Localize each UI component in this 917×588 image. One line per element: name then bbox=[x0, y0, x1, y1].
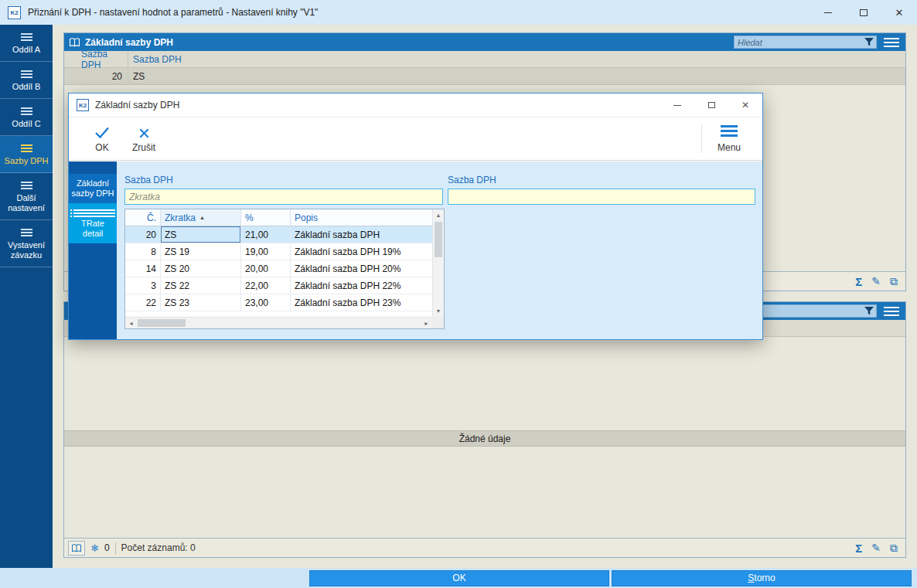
app-logo-icon: K2 bbox=[77, 99, 89, 111]
scrollbar-corner bbox=[432, 317, 444, 328]
grid-header-row: Č. Zkratka▲ % Popis bbox=[125, 209, 432, 226]
window-title: Přiznání k DPH - nastavení hodnot a para… bbox=[28, 7, 318, 18]
dialog-maximize-button[interactable] bbox=[694, 93, 728, 117]
field-group-caption: Sazba DPH bbox=[124, 175, 173, 185]
cancel-button[interactable]: Zrušit bbox=[123, 125, 165, 153]
divider bbox=[115, 542, 116, 554]
sidebar-item-sazby-dph[interactable]: Sazby DPH bbox=[0, 136, 53, 173]
column-header-cislo[interactable]: Č. bbox=[125, 209, 161, 226]
sidebar: Oddíl A Oddíl B Oddíl C Sazby DPH Další … bbox=[0, 25, 53, 568]
cell: Základní sazba DPH bbox=[291, 226, 432, 243]
filter-funnel-icon[interactable] bbox=[864, 307, 874, 315]
list-icon bbox=[70, 209, 115, 217]
cancel-label: Zrušit bbox=[132, 142, 155, 153]
close-button[interactable]: ✕ bbox=[881, 0, 917, 25]
sidebar-item-vystaveni-zavazku[interactable]: Vystavení závazku bbox=[0, 220, 53, 267]
panel-menu-icon[interactable] bbox=[884, 304, 899, 318]
edit-icon[interactable]: ✎ bbox=[871, 275, 881, 287]
sidebar-item-label: Oddíl B bbox=[12, 82, 41, 91]
table-row[interactable]: 14 ZS 20 20,00 Základní sazba DPH 20% bbox=[125, 260, 432, 277]
cell-focused: ZS bbox=[161, 226, 241, 243]
panel-title: Základní sazby DPH bbox=[85, 37, 173, 48]
copy-icon[interactable]: ⧉ bbox=[890, 275, 898, 288]
scrollbar-thumb[interactable] bbox=[435, 222, 442, 257]
dialog-toolbar: OK Zrušit Menu bbox=[69, 117, 762, 161]
open-book-icon bbox=[69, 38, 80, 47]
scroll-down-icon[interactable]: ▼ bbox=[433, 305, 444, 317]
sidebar-item-oddil-b[interactable]: Oddíl B bbox=[0, 62, 53, 99]
scroll-right-icon[interactable]: ► bbox=[421, 318, 432, 328]
column-header-procento[interactable]: % bbox=[241, 209, 291, 226]
cell: 20,00 bbox=[241, 260, 291, 277]
cell-zkratka: ZS bbox=[128, 71, 145, 82]
cell: 19,00 bbox=[241, 243, 291, 260]
cell: Základní sazba DPH 22% bbox=[291, 277, 432, 294]
sum-icon[interactable]: Σ bbox=[855, 275, 862, 288]
cell: ZS 20 bbox=[161, 260, 241, 277]
cell: ZS 22 bbox=[161, 277, 241, 294]
cell: ZS 19 bbox=[161, 243, 241, 260]
column-header[interactable]: Sazba DPH bbox=[64, 51, 128, 67]
cell: Základní sazba DPH 20% bbox=[291, 260, 432, 277]
scrollbar-thumb[interactable] bbox=[138, 319, 186, 327]
dialog-titlebar: K2 Základní sazby DPH ✕ bbox=[69, 93, 762, 117]
sazba-dph-field[interactable] bbox=[448, 189, 755, 205]
column-header-row: Sazba DPH Sazba DPH bbox=[64, 51, 905, 68]
sidebar-item-dalsi-nastaveni[interactable]: Další nastavení bbox=[0, 173, 53, 220]
copy-icon[interactable]: ⧉ bbox=[890, 542, 898, 555]
panel-menu-icon[interactable] bbox=[884, 36, 899, 49]
maximize-icon bbox=[860, 9, 868, 16]
scroll-left-icon[interactable]: ◄ bbox=[125, 318, 137, 328]
menu-icon bbox=[21, 182, 32, 189]
cell: Základní sazba DPH 23% bbox=[291, 294, 432, 311]
x-icon bbox=[138, 125, 150, 139]
sidebar-item-oddil-a[interactable]: Oddíl A bbox=[0, 25, 53, 62]
sort-asc-icon: ▲ bbox=[199, 215, 205, 220]
sum-icon[interactable]: Σ bbox=[855, 542, 862, 555]
menu-label: Menu bbox=[718, 142, 741, 153]
table-row[interactable]: 3 ZS 22 22,00 Základní sazba DPH 22% bbox=[125, 277, 432, 294]
sidebar-item-label: Oddíl A bbox=[12, 45, 40, 54]
table-row[interactable]: 20 ZS bbox=[64, 68, 905, 85]
column-header-zkratka[interactable]: Zkratka▲ bbox=[161, 209, 241, 226]
cell: 14 bbox=[125, 260, 161, 277]
search-input[interactable] bbox=[735, 38, 864, 47]
ok-button[interactable]: OK bbox=[81, 125, 123, 153]
zkratka-field[interactable] bbox=[124, 189, 443, 205]
dialog-title: Základní sazby DPH bbox=[95, 100, 179, 110]
vertical-scrollbar[interactable]: ▲ ▼ bbox=[432, 209, 444, 317]
maximize-icon bbox=[708, 102, 715, 108]
table-row[interactable]: 8 ZS 19 19,00 Základní sazba DPH 19% bbox=[125, 243, 432, 260]
book-view-button[interactable] bbox=[68, 541, 85, 556]
table-row[interactable]: 20 ZS 21,00 Základní sazba DPH bbox=[125, 226, 432, 243]
tab-zakladni-sazby-dph[interactable]: Základní sazby DPH bbox=[69, 174, 117, 203]
rates-grid: Č. Zkratka▲ % Popis 20 ZS 21,00 Základní… bbox=[124, 209, 445, 329]
menu-icon bbox=[21, 33, 32, 41]
minimize-icon bbox=[673, 105, 681, 106]
sidebar-item-label: Sazby DPH bbox=[5, 156, 49, 165]
minimize-button[interactable] bbox=[810, 0, 846, 25]
edit-icon[interactable]: ✎ bbox=[871, 542, 881, 554]
ok-button[interactable]: OK bbox=[309, 570, 609, 586]
status-bar: ❄ 0 Počet záznamů: 0 Σ ✎ ⧉ bbox=[64, 538, 905, 557]
scroll-up-icon[interactable]: ▲ bbox=[433, 209, 444, 221]
tab-trate-detail[interactable]: TRate detail bbox=[69, 203, 117, 243]
cell-sazba: 20 bbox=[64, 68, 128, 84]
sidebar-item-label: Oddíl C bbox=[12, 119, 40, 128]
dialog-close-button[interactable]: ✕ bbox=[728, 93, 762, 117]
app-window: K2 Přiznání k DPH - nastavení hodnot a p… bbox=[0, 0, 917, 588]
table-row[interactable]: 22 ZS 23 23,00 Základní sazba DPH 23% bbox=[125, 294, 432, 311]
cell: 20 bbox=[125, 226, 161, 243]
menu-button[interactable]: Menu bbox=[708, 125, 750, 153]
column-header[interactable]: Sazba DPH bbox=[128, 54, 182, 65]
dialog-minimize-button[interactable] bbox=[660, 93, 694, 117]
flag-count: 0 bbox=[104, 542, 110, 553]
column-header-popis[interactable]: Popis bbox=[291, 209, 432, 226]
filter-funnel-icon[interactable] bbox=[864, 38, 874, 46]
horizontal-scrollbar[interactable]: ◄ ► bbox=[125, 317, 432, 328]
dialog-body: Základní sazby DPH TRate detail Sazba DP… bbox=[69, 161, 762, 339]
cell: Základní sazba DPH 19% bbox=[291, 243, 432, 260]
maximize-button[interactable] bbox=[846, 0, 881, 25]
sidebar-item-oddil-c[interactable]: Oddíl C bbox=[0, 99, 53, 136]
storno-button[interactable]: Storno bbox=[612, 570, 912, 586]
